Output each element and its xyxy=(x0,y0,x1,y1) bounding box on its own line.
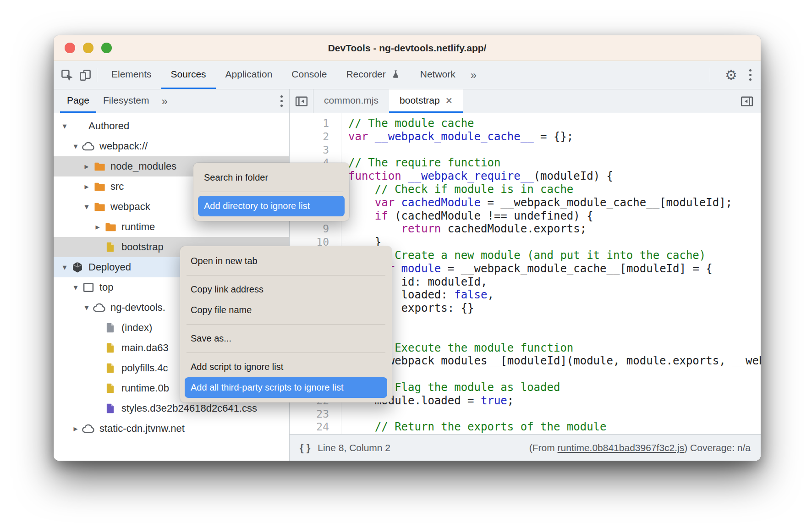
tree-item-label: polyfills.4c xyxy=(121,362,168,374)
code-line: 4// The require function xyxy=(290,156,761,170)
tree-item-authored[interactable]: ▾Authored xyxy=(54,116,289,136)
cloud-icon xyxy=(82,422,95,435)
expander-open-icon[interactable]: ▾ xyxy=(70,141,82,151)
file-context-menu: Open in new tabCopy link addressCopy fil… xyxy=(180,246,392,402)
more-options-icon[interactable] xyxy=(747,67,753,83)
menu-item-search-in-folder[interactable]: Search in folder xyxy=(198,167,345,188)
coverage-info: Coverage: n/a xyxy=(690,442,751,453)
code-line: 23 xyxy=(290,408,761,421)
expander-closed-icon[interactable]: ▸ xyxy=(70,424,82,434)
code-line: 3 xyxy=(290,143,761,157)
code-line-text: // The module cache xyxy=(341,117,474,130)
menu-item-add-script-to-ignore-list[interactable]: Add script to ignore list xyxy=(185,357,387,377)
editor-tab-label: common.mjs xyxy=(324,95,379,106)
tab-label: Sources xyxy=(171,69,206,80)
line-number[interactable]: 9 xyxy=(290,222,341,236)
tab-elements[interactable]: Elements xyxy=(102,61,161,89)
code-line-text xyxy=(341,143,348,157)
file-icon xyxy=(104,361,117,375)
tree-item-label: webpack xyxy=(110,201,150,213)
more-navigator-tabs-icon[interactable]: » xyxy=(156,95,173,108)
titlebar: DevTools - ng-devtools.netlify.app/ xyxy=(54,35,761,61)
cursor-position: Line 8, Column 2 xyxy=(318,442,390,453)
expander-open-icon[interactable]: ▾ xyxy=(70,282,82,292)
tree-item-webpack[interactable]: ▾webpack:// xyxy=(54,136,289,156)
inspect-element-icon[interactable] xyxy=(60,68,74,82)
menu-item-add-all-third-party-scripts-to-ignore-list[interactable]: Add all third-party scripts to ignore li… xyxy=(185,377,387,398)
tab-network[interactable]: Network xyxy=(411,61,465,89)
menu-item-copy-link-address[interactable]: Copy link address xyxy=(185,279,387,300)
menu-item-add-directory-to-ignore-list[interactable]: Add directory to ignore list xyxy=(198,196,345,216)
navigator-tab-filesystem[interactable]: Filesystem xyxy=(96,89,156,113)
expander-closed-icon[interactable]: ▸ xyxy=(81,182,93,192)
file-icon xyxy=(104,240,117,254)
tree-item-label: node_modules xyxy=(110,160,176,172)
close-tab-icon[interactable]: × xyxy=(446,95,453,106)
tree-item-label: runtime xyxy=(121,221,155,233)
tab-label: Elements xyxy=(111,69,152,80)
tab-recorder[interactable]: Recorder xyxy=(336,61,410,89)
cube-icon xyxy=(71,260,84,274)
tree-item-label: ng-devtools. xyxy=(110,302,165,314)
expander-closed-icon[interactable]: ▸ xyxy=(81,161,93,171)
expander-closed-icon[interactable]: ▸ xyxy=(92,222,104,232)
tab-label: Console xyxy=(291,69,327,80)
code-line: 2var __webpack_module_cache__ = {}; xyxy=(290,130,761,143)
devtools-toolbar: ElementsSourcesApplicationConsoleRecorde… xyxy=(54,61,761,89)
window-title: DevTools - ng-devtools.netlify.app/ xyxy=(54,43,761,54)
line-number[interactable]: 1 xyxy=(290,117,341,130)
expander-open-icon[interactable]: ▾ xyxy=(59,121,71,131)
hide-debugger-panel-icon[interactable] xyxy=(740,94,754,108)
expander-open-icon[interactable]: ▾ xyxy=(81,303,93,313)
pretty-print-icon[interactable]: { } xyxy=(300,442,310,454)
code-line-text: // Check if module is in cache xyxy=(341,183,573,196)
folder-icon xyxy=(93,160,106,173)
device-toolbar-icon[interactable] xyxy=(78,68,92,82)
flask-icon xyxy=(390,69,401,80)
cloud-icon xyxy=(93,301,106,314)
file-icon xyxy=(104,402,117,415)
more-panels-icon[interactable]: » xyxy=(465,69,482,82)
settings-gear-icon[interactable]: ⚙ xyxy=(725,68,737,82)
code-line-text: var cachedModule = __webpack_module_cach… xyxy=(341,196,732,209)
menu-item-open-in-new-tab[interactable]: Open in new tab xyxy=(185,251,387,271)
expander-open-icon[interactable]: ▾ xyxy=(59,262,71,272)
toolbar-separator xyxy=(97,68,97,82)
tab-sources[interactable]: Sources xyxy=(161,61,216,89)
code-line: 8 if (cachedModule !== undefined) { xyxy=(290,209,761,223)
close-button[interactable] xyxy=(65,43,75,53)
menu-separator xyxy=(187,324,385,325)
code-line-text: __webpack_modules__[moduleId](module, mo… xyxy=(341,354,761,368)
tab-console[interactable]: Console xyxy=(282,61,336,89)
sourcemap-file-link[interactable]: runtime.0b841bad3967f3c2.js xyxy=(558,442,685,453)
traffic-lights xyxy=(65,43,112,53)
tree-item-label: src xyxy=(110,181,124,193)
tab-label: Application xyxy=(225,69,273,80)
tree-item-label: runtime.0b xyxy=(121,382,169,394)
line-number[interactable]: 2 xyxy=(290,130,341,143)
tab-application[interactable]: Application xyxy=(216,61,282,89)
navigator-menu-icon[interactable] xyxy=(279,94,285,109)
code-line: 6 // Check if module is in cache xyxy=(290,183,761,196)
line-number[interactable]: 3 xyxy=(290,143,341,157)
code-line-text: // The require function xyxy=(341,156,500,170)
menu-separator xyxy=(200,192,343,192)
tree-item-label: static-cdn.jtvnw.net xyxy=(99,423,185,435)
zoom-button[interactable] xyxy=(101,43,112,53)
editor-tab-label: bootstrap xyxy=(400,95,440,106)
line-number[interactable]: 24 xyxy=(290,420,341,434)
line-number[interactable]: 23 xyxy=(290,408,341,421)
tree-item-static-cdn-jtvnw-net[interactable]: ▸static-cdn.jtvnw.net xyxy=(54,419,289,439)
navigator-tab-page[interactable]: Page xyxy=(60,89,96,113)
menu-item-save-as[interactable]: Save as... xyxy=(185,328,387,349)
tree-item-label: styles.d3e2b24618d2c641.css xyxy=(121,402,257,414)
minimize-button[interactable] xyxy=(83,43,93,53)
menu-item-copy-file-name[interactable]: Copy file name xyxy=(185,300,387,320)
editor-tab-bootstrap[interactable]: bootstrap× xyxy=(389,89,463,113)
toolbar-separator xyxy=(710,68,710,82)
code-line-text: // Return the exports of the module xyxy=(341,420,607,434)
expander-open-icon[interactable]: ▾ xyxy=(81,202,93,212)
editor-tab-common-mjs[interactable]: common.mjs xyxy=(313,89,389,113)
folder-icon xyxy=(93,200,106,214)
show-navigator-icon[interactable] xyxy=(290,89,313,113)
